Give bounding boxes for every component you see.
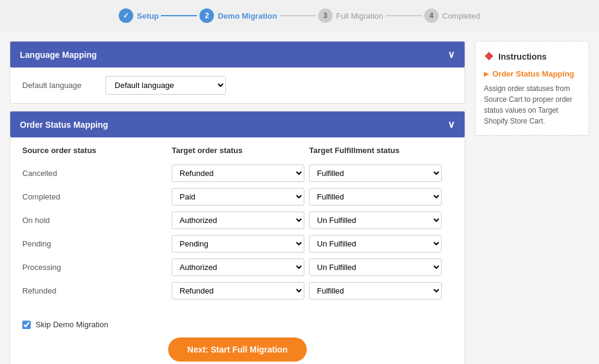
language-mapping-body: Default language Default language bbox=[10, 67, 465, 103]
order-status-body: Source order status Target order status … bbox=[10, 137, 465, 314]
table-row: On holdRefundedPaidAuthorizedPendingVoid… bbox=[22, 212, 453, 229]
bottom-actions: Skip Demo Migration Next: Start Full Mig… bbox=[10, 314, 465, 364]
table-row: CancelledRefundedPaidAuthorizedPendingVo… bbox=[22, 165, 453, 182]
col-target-header: Target order status bbox=[172, 146, 304, 160]
source-status-label: Cancelled bbox=[22, 169, 167, 178]
instructions-title: Instructions bbox=[498, 52, 547, 61]
step-full-migration: 3 Full Migration bbox=[318, 8, 383, 23]
target-status-select[interactable]: RefundedPaidAuthorizedPendingVoided bbox=[172, 188, 304, 206]
source-status-label: On hold bbox=[22, 216, 167, 225]
instructions-panel: ❖ Instructions Order Status Mapping Assi… bbox=[475, 41, 589, 136]
skip-demo-label: Skip Demo Migration bbox=[36, 320, 108, 329]
source-status-label: Refunded bbox=[22, 286, 167, 295]
fulfillment-status-select[interactable]: FulfilledUn FulfilledPartial bbox=[309, 165, 442, 182]
instructions-title-container: ❖ Instructions bbox=[484, 50, 580, 63]
skip-demo-checkbox[interactable] bbox=[22, 321, 31, 329]
step-completed: 4 Completed bbox=[424, 8, 480, 23]
step-setup: ✓ Setup bbox=[119, 8, 158, 23]
table-row: RefundedRefundedPaidAuthorizedPendingVoi… bbox=[22, 282, 453, 300]
right-panel: ❖ Instructions Order Status Mapping Assi… bbox=[475, 41, 589, 364]
step-label-completed: Completed bbox=[442, 11, 480, 20]
language-mapping-section: Language Mapping ∨ Default language Defa… bbox=[10, 41, 465, 104]
source-status-label: Pending bbox=[22, 239, 167, 248]
step-demo-migration: 2 Demo Migration bbox=[199, 8, 277, 23]
order-status-title: Order Status Mapping bbox=[20, 120, 108, 130]
step-circle-completed: 4 bbox=[424, 8, 439, 23]
target-status-select[interactable]: RefundedPaidAuthorizedPendingVoided bbox=[172, 235, 304, 253]
skip-demo-container: Skip Demo Migration bbox=[22, 320, 453, 329]
main-layout: Language Mapping ∨ Default language Defa… bbox=[0, 31, 599, 364]
table-row: CompletedRefundedPaidAuthorizedPendingVo… bbox=[22, 188, 453, 206]
connector-3 bbox=[386, 15, 422, 16]
table-row: ProcessingRefundedPaidAuthorizedPendingV… bbox=[22, 259, 453, 276]
target-status-select[interactable]: RefundedPaidAuthorizedPendingVoided bbox=[172, 212, 304, 229]
order-columns-header: Source order status Target order status … bbox=[22, 146, 453, 160]
fulfillment-status-select[interactable]: FulfilledUn FulfilledPartial bbox=[309, 212, 442, 229]
step-label-demo: Demo Migration bbox=[218, 11, 277, 20]
step-circle-setup: ✓ bbox=[119, 8, 133, 23]
target-status-select[interactable]: RefundedPaidAuthorizedPendingVoided bbox=[172, 282, 304, 300]
step-circle-demo: 2 bbox=[199, 8, 214, 23]
fulfillment-status-select[interactable]: FulfilledUn FulfilledPartial bbox=[309, 282, 442, 300]
fulfillment-status-select[interactable]: FulfilledUn FulfilledPartial bbox=[309, 188, 442, 206]
col-fulfillment-header: Target Fulfillment status bbox=[309, 146, 442, 160]
order-status-section: Order Status Mapping ∨ Source order stat… bbox=[10, 111, 465, 364]
table-row: PendingRefundedPaidAuthorizedPendingVoid… bbox=[22, 235, 453, 253]
stepper: ✓ Setup 2 Demo Migration 3 Full Migratio… bbox=[0, 0, 599, 31]
step-label-full: Full Migration bbox=[336, 11, 383, 20]
target-status-select[interactable]: RefundedPaidAuthorizedPendingVoided bbox=[172, 165, 304, 182]
order-status-header[interactable]: Order Status Mapping ∨ bbox=[10, 111, 465, 137]
connector-1 bbox=[161, 15, 197, 16]
col-source-header: Source order status bbox=[22, 146, 167, 160]
default-language-label: Default language bbox=[22, 81, 81, 90]
default-language-select[interactable]: Default language bbox=[105, 76, 226, 95]
instructions-icon: ❖ bbox=[484, 50, 494, 63]
source-status-label: Processing bbox=[22, 263, 167, 272]
source-status-label: Completed bbox=[22, 192, 167, 201]
fulfillment-status-select[interactable]: FulfilledUn FulfilledPartial bbox=[309, 259, 442, 276]
fulfillment-status-select[interactable]: FulfilledUn FulfilledPartial bbox=[309, 235, 442, 253]
language-mapping-title: Language Mapping bbox=[20, 50, 97, 60]
instructions-subtitle: Order Status Mapping bbox=[484, 69, 580, 78]
next-button[interactable]: Next: Start Full Migration bbox=[168, 337, 307, 362]
instructions-text: Assign order statuses from Source Cart t… bbox=[484, 83, 580, 127]
order-status-chevron: ∨ bbox=[448, 119, 455, 130]
order-rows: CancelledRefundedPaidAuthorizedPendingVo… bbox=[22, 165, 453, 300]
step-label-setup: Setup bbox=[137, 11, 158, 20]
left-panel: Language Mapping ∨ Default language Defa… bbox=[10, 41, 465, 364]
language-mapping-header[interactable]: Language Mapping ∨ bbox=[10, 42, 465, 67]
connector-2 bbox=[280, 15, 316, 16]
target-status-select[interactable]: RefundedPaidAuthorizedPendingVoided bbox=[172, 259, 304, 276]
step-circle-full: 3 bbox=[318, 8, 333, 23]
language-mapping-chevron: ∨ bbox=[448, 49, 455, 60]
